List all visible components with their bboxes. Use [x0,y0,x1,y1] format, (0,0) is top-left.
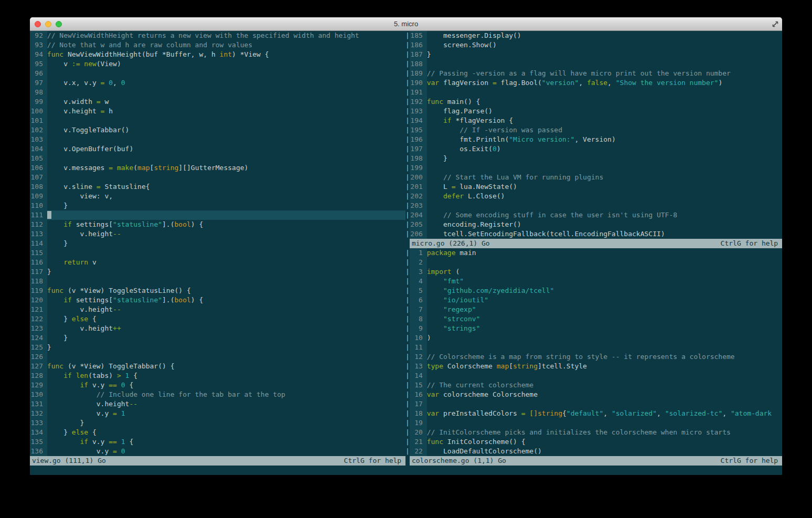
code-line[interactable]: |202 defer L.Close() [405,192,782,201]
code-line[interactable]: |199 [405,163,782,173]
code-line[interactable]: 102 v.ToggleTabbar() [30,125,405,135]
line-number: 187 [410,50,427,59]
code-line[interactable]: | 14 [405,371,782,380]
code-line[interactable]: |197 os.Exit(0) [405,144,782,154]
code-line[interactable]: 95 v := new(View) [30,59,405,69]
code-line[interactable]: 131 v.height-- [30,399,405,409]
code-line[interactable]: 120 if settings["statusline"].(bool) { [30,295,405,305]
code-line[interactable]: | 4 "fmt" [405,277,782,286]
line-number: 6 [410,295,427,305]
code-line[interactable]: | 22 LoadDefaultColorscheme() [405,447,782,456]
code-line[interactable]: 134 } else { [30,428,405,437]
code-line[interactable]: |188 [405,59,782,69]
code-line[interactable]: 92 // NewViewWidthHeight returns a new v… [30,31,405,40]
code-line[interactable]: 135 if v.y == 1 { [30,437,405,447]
code-line[interactable]: 121 v.height-- [30,305,405,314]
code-line[interactable]: | 17 [405,399,782,409]
code-line[interactable]: 130 // Include one line for the tab bar … [30,390,405,399]
code-line[interactable]: 101 [30,116,405,125]
code-line[interactable]: 118 [30,277,405,286]
code-line[interactable]: |191 [405,88,782,97]
code-line[interactable]: |200 // Start the Lua VM for running plu… [405,173,782,182]
code-line[interactable]: | 6 "io/ioutil" [405,295,782,305]
code-line[interactable]: |185 messenger.Display() [405,31,782,40]
code-line[interactable]: |198 } [405,154,782,163]
code-line[interactable]: | 20 // InitColorscheme picks and initia… [405,428,782,437]
code-line[interactable]: | 7 "regexp" [405,305,782,314]
code-line[interactable]: 123 v.height++ [30,324,405,333]
code-line[interactable]: 107 [30,173,405,182]
code-line[interactable]: | 11 [405,343,782,352]
code-line[interactable]: 122 } else { [30,314,405,324]
code-line[interactable]: 100 v.height = h [30,107,405,116]
code-line[interactable]: 112 if settings["statusline"].(bool) { [30,220,405,229]
pane-micro-go: |185 messenger.Display()|186 screen.Show… [405,31,782,239]
code-line[interactable]: |186 screen.Show() [405,40,782,50]
code-line[interactable]: 104 v.OpenBuffer(buf) [30,144,405,154]
code-line[interactable]: 93 // Note that w and h are raw column a… [30,40,405,50]
code-line[interactable]: |190 var flagVersion = flag.Bool("versio… [405,78,782,88]
code-line[interactable]: |206 tcell.SetEncodingFallback(tcell.Enc… [405,229,782,239]
code-line[interactable]: 111 [30,210,405,220]
code-line[interactable]: 94 func NewViewWidthHeight(buf *Buffer, … [30,50,405,59]
code-line[interactable]: 119 func (v *View) ToggleStatusLine() { [30,286,405,295]
code-line[interactable]: 98 [30,88,405,97]
code-line[interactable]: 103 [30,135,405,144]
code-line[interactable]: 110 } [30,201,405,210]
code-line[interactable]: |204 // Some encoding stuff in case the … [405,210,782,220]
code-line[interactable]: 99 v.width = w [30,97,405,107]
code-line[interactable]: 97 v.x, v.y = 0, 0 [30,78,405,88]
code-line[interactable]: 108 v.sline = Statusline{ [30,182,405,192]
code-line[interactable]: |203 [405,201,782,210]
line-number: 132 [30,409,47,418]
code-line[interactable]: |194 if *flagVersion { [405,116,782,125]
code-line[interactable]: | 3 import ( [405,267,782,277]
code-line[interactable]: |192 func main() { [405,97,782,107]
line-number: 196 [410,135,427,144]
code-line[interactable]: |193 flag.Parse() [405,107,782,116]
code-line[interactable]: | 13 type Colorscheme map[string]tcell.S… [405,362,782,371]
code-line[interactable]: |201 L = lua.NewState() [405,182,782,192]
code-line[interactable]: | 5 "github.com/zyedidia/tcell" [405,286,782,295]
code-line[interactable]: 127 func (v *View) ToggleTabbar() { [30,362,405,371]
code-line[interactable]: | 15 // The current colorscheme [405,380,782,390]
code-line[interactable]: |189 // Passing -version as a flag will … [405,69,782,78]
code-line[interactable]: |205 encoding.Register() [405,220,782,229]
code-line[interactable]: |196 fmt.Println("Micro version:", Versi… [405,135,782,144]
code-line[interactable]: 106 v.messages = make(map[string][]Gutte… [30,163,405,173]
resize-icon[interactable] [771,20,779,28]
code-line[interactable]: | 10 ) [405,333,782,343]
code-line[interactable]: |187 } [405,50,782,59]
line-number: 189 [410,69,427,78]
code-line[interactable]: | 2 [405,258,782,267]
code-line[interactable]: 129 if v.y == 0 { [30,380,405,390]
code-line[interactable]: 105 [30,154,405,163]
code-line[interactable]: 116 return v [30,258,405,267]
code-line[interactable]: 113 v.height-- [30,229,405,239]
code-line[interactable]: |195 // If -version was passed [405,125,782,135]
code-line[interactable]: 133 } [30,418,405,428]
code-line[interactable]: | 21 func InitColorscheme() { [405,437,782,447]
code-line[interactable]: 132 v.y = 1 [30,409,405,418]
code-line[interactable]: | 18 var preInstalledColors = []string{"… [405,409,782,418]
code-line[interactable]: 109 view: v, [30,192,405,201]
code-line[interactable]: | 16 var colorscheme Colorscheme [405,390,782,399]
line-number: 135 [30,437,47,447]
code-line[interactable]: 114 } [30,239,405,248]
code-line[interactable]: 115 [30,248,405,258]
code-line[interactable]: 124 } [30,333,405,343]
line-number: 13 [410,362,427,371]
code-line[interactable]: | 8 "strconv" [405,314,782,324]
code-line[interactable]: 126 [30,352,405,362]
code-line[interactable]: | 19 [405,418,782,428]
code-line[interactable]: 117 } [30,267,405,277]
command-line[interactable] [30,466,782,475]
code-line[interactable]: 96 [30,69,405,78]
titlebar[interactable]: 5. micro [30,17,782,31]
code-line[interactable]: | 1 package main [405,248,782,258]
code-line[interactable]: | 9 "strings" [405,324,782,333]
code-line[interactable]: 128 if len(tabs) > 1 { [30,371,405,380]
code-line[interactable]: 125 } [30,343,405,352]
code-line[interactable]: | 12 // Colorscheme is a map from string… [405,352,782,362]
code-line[interactable]: 136 v.y = 0 [30,447,405,456]
